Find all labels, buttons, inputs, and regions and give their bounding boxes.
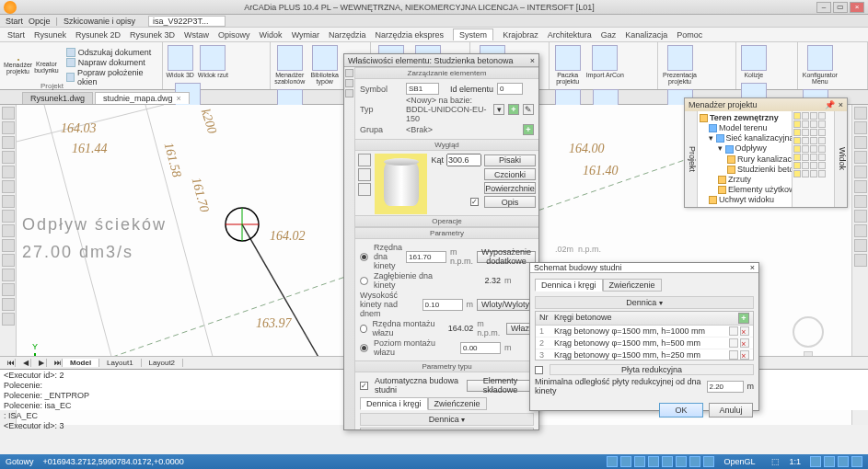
tab-dennica[interactable]: Dennica i kręgi	[360, 397, 428, 410]
tool-icon[interactable]	[854, 121, 867, 134]
tab-system[interactable]: System	[453, 29, 493, 40]
preview-btn[interactable]	[358, 154, 371, 166]
tool-icon[interactable]	[854, 136, 867, 149]
tool-icon[interactable]	[854, 239, 867, 252]
dennica-dropdown[interactable]: Dennica	[626, 298, 656, 307]
type-browse-icon[interactable]: ▾	[493, 104, 504, 115]
close-button[interactable]: ×	[850, 2, 864, 13]
radio[interactable]	[360, 253, 368, 261]
surfaces-button[interactable]: Powierzchnie	[484, 182, 536, 194]
minimize-button[interactable]: –	[816, 2, 831, 13]
ribbon-item[interactable]: Popraw położenie okien	[77, 68, 156, 86]
opis-checkbox[interactable]: ✓	[470, 198, 479, 206]
row-action-icon[interactable]	[729, 338, 738, 348]
fonts-button[interactable]: Czcionki	[484, 168, 536, 180]
section-header[interactable]: Parametry	[355, 227, 538, 239]
type-library-icon[interactable]	[312, 45, 338, 71]
collisions-icon[interactable]	[741, 45, 767, 71]
tab-rys2d[interactable]: Rysunek 2D	[75, 30, 121, 40]
tool-icon[interactable]	[2, 239, 15, 252]
id-input[interactable]	[497, 83, 523, 95]
snap-icon[interactable]	[620, 456, 631, 467]
tool-icon[interactable]	[2, 298, 15, 311]
layout-tab[interactable]: Layout2	[142, 359, 183, 367]
snap-icon[interactable]	[703, 456, 714, 467]
tool-icon[interactable]	[854, 107, 867, 120]
view-plan-icon[interactable]	[200, 45, 226, 71]
menu-configurator-icon[interactable]	[807, 45, 833, 71]
tool-icon[interactable]	[854, 151, 867, 164]
tool-icon[interactable]	[2, 151, 15, 164]
qat-command-combo[interactable]: isa_V922P3T...	[148, 16, 226, 27]
sidebar-icon[interactable]	[345, 69, 353, 77]
snap-icon[interactable]	[607, 456, 618, 467]
snap-icon[interactable]	[634, 456, 645, 467]
tab-gaz[interactable]: Gaz	[601, 30, 617, 40]
status-icon[interactable]	[851, 456, 862, 467]
close-tab-icon[interactable]: ×	[177, 94, 181, 103]
tool-icon[interactable]	[2, 166, 15, 178]
tool-icon[interactable]	[854, 195, 867, 208]
tab-arch[interactable]: Architektura	[548, 30, 592, 40]
tab-dennica[interactable]: Dennica i kręgi	[535, 279, 603, 292]
tool-icon[interactable]	[2, 224, 15, 237]
tool-icon[interactable]	[2, 195, 15, 208]
desc-button[interactable]: Opis	[484, 196, 536, 208]
section-header[interactable]: Operacje	[355, 215, 538, 227]
dennica-dropdown[interactable]: Dennica	[429, 415, 459, 424]
cancel-button[interactable]: Anuluj	[709, 403, 753, 418]
qat-item[interactable]: Opcje	[29, 17, 51, 26]
tool-icon[interactable]	[2, 254, 15, 267]
qat-item[interactable]: Szkicowanie i opisy	[64, 17, 135, 26]
ok-button[interactable]: OK	[659, 403, 703, 418]
pm-close-icon[interactable]: ×	[839, 100, 843, 109]
list-item[interactable]: 2Krąg betonowy φ=1500 mm, h=500 mm×	[536, 337, 753, 349]
equipment-button[interactable]: Wyposażenie dodatkowe	[477, 251, 536, 263]
tool-icon[interactable]	[854, 224, 867, 237]
doc-tab[interactable]: Rysunek1.dwg	[22, 92, 93, 104]
tab-zwienczenie[interactable]: Zwieńczenie	[428, 397, 487, 410]
reduction-plate-checkbox[interactable]	[535, 366, 543, 374]
tool-icon[interactable]	[2, 269, 15, 281]
tool-icon[interactable]	[854, 166, 867, 178]
ribbon-item[interactable]: Odszukaj dokument	[78, 48, 152, 57]
section-header[interactable]: Wygląd	[355, 139, 538, 151]
pm-side-tab[interactable]: Widok	[834, 111, 847, 207]
pm-tree[interactable]: Teren zewnętrzny Model terenu ▾ Sieć kan…	[698, 111, 792, 207]
layout-nav-first[interactable]: ⏮	[0, 359, 16, 367]
tool-icon[interactable]	[2, 283, 15, 296]
symbol-input[interactable]	[406, 83, 439, 95]
list-item[interactable]: 1Krąg betonowy φ=1500 mm, h=1000 mm×	[536, 326, 753, 337]
doc-tab[interactable]: studnie_mapa.dwg×	[95, 92, 190, 104]
row-delete-icon[interactable]: ×	[740, 338, 749, 348]
sidebar-icon[interactable]	[345, 79, 353, 87]
snap-icon[interactable]	[676, 456, 687, 467]
project-presentation-icon[interactable]	[667, 45, 693, 71]
tab-start[interactable]: Start	[7, 30, 25, 40]
row-delete-icon[interactable]: ×	[740, 326, 749, 336]
find-doc-icon[interactable]	[66, 48, 75, 57]
tool-icon[interactable]	[2, 136, 15, 149]
tab-zwienczenie[interactable]: Zwieńczenie	[603, 279, 662, 292]
components-button[interactable]: Elementy składowe	[467, 380, 534, 392]
preview-btn[interactable]	[358, 168, 371, 181]
pmw-input[interactable]	[460, 342, 501, 354]
auto-build-checkbox[interactable]: ✓	[360, 382, 368, 390]
pens-button[interactable]: Pisaki	[484, 154, 536, 166]
tab-rysunek[interactable]: Rysunek	[34, 30, 66, 40]
inlets-button[interactable]: Wloty/Wyloty	[477, 299, 534, 311]
status-icon[interactable]	[824, 456, 835, 467]
list-item[interactable]: 3Krąg betonowy φ=1500 mm, h=250 mm×	[536, 349, 753, 361]
tab-kanal[interactable]: Kanalizacja	[625, 30, 667, 40]
tab-narzex[interactable]: Narzędzia ekspres	[376, 30, 445, 40]
tab-rys3d[interactable]: Rysunek 3D	[130, 30, 175, 40]
section-header[interactable]: Parametry typu	[355, 360, 538, 372]
pm-side-tab[interactable]: Projekt	[685, 111, 698, 207]
group-add-icon[interactable]: +	[523, 124, 534, 135]
radio[interactable]	[360, 344, 368, 352]
tab-kraj[interactable]: Krajobraz	[503, 30, 538, 40]
tool-icon[interactable]	[854, 254, 867, 267]
min-distance-input[interactable]	[707, 381, 744, 393]
repair-doc-icon[interactable]	[66, 58, 75, 67]
pin-icon[interactable]: 📌	[825, 100, 835, 109]
